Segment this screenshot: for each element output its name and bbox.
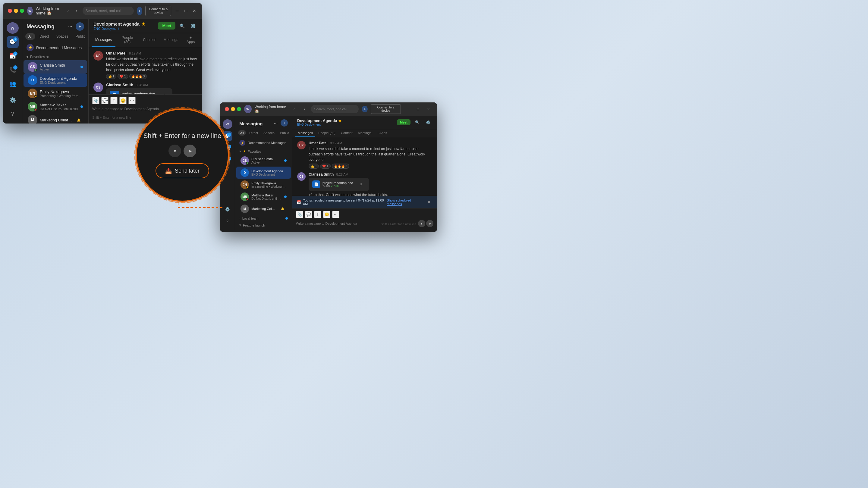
filter-btn-2[interactable]: ⋯	[272, 119, 280, 128]
tab-spaces-2[interactable]: Spaces	[261, 130, 277, 135]
mute-marketing-1[interactable]: 🔔	[74, 116, 83, 124]
file-attachment-1[interactable]: 📄 project-roadmap.doc 24 KB ✓ Safe ⬇	[106, 88, 173, 94]
chat-tab-content-1[interactable]: Content	[139, 33, 159, 47]
contact-clarissa-1[interactable]: CS Clarissa Smith Active	[24, 60, 87, 73]
connect-btn-2[interactable]: Connect to a device	[371, 104, 401, 114]
restore-win-1[interactable]: □	[183, 7, 189, 15]
minimize-win-2[interactable]: ─	[404, 105, 411, 113]
recommended-row-2[interactable]: ⚡ Recommended Messages	[235, 138, 292, 148]
close-button-1[interactable]	[8, 9, 12, 13]
emoji-btn-1[interactable]: 😊	[119, 97, 127, 104]
notif-close-btn[interactable]: ✕	[425, 198, 433, 206]
chat-options-btn-1[interactable]: ⚙️	[189, 22, 197, 30]
reaction-1[interactable]: 👍 1	[106, 74, 116, 79]
sidebar-messaging-1[interactable]: 💬 3	[7, 36, 19, 47]
contact-umar-2[interactable]: UP Umar Patel Presenting • At the office…	[236, 228, 291, 230]
attach-btn-2[interactable]: 📎	[296, 211, 303, 218]
restore-win-2[interactable]: □	[414, 105, 422, 113]
gif-btn-1[interactable]: 💬	[101, 97, 108, 104]
more-btn-2[interactable]: ⋯	[332, 211, 339, 218]
local-team-header-2[interactable]: › Local team	[235, 215, 292, 221]
search-chat-btn-2[interactable]: 🔍	[413, 118, 421, 127]
chat-tab-messages-2[interactable]: Messages	[296, 129, 315, 137]
more-btn-1[interactable]: ⋯	[128, 97, 135, 104]
reaction-5[interactable]: ❤️ 1	[320, 164, 330, 169]
search-input-2[interactable]	[311, 105, 359, 113]
nav-forward-2[interactable]: ›	[301, 105, 308, 113]
sidebar-settings-2[interactable]: ⚙️	[223, 204, 232, 214]
sidebar-calendar-1[interactable]: 📅 1	[7, 50, 19, 62]
nav-back-2[interactable]: ‹	[290, 105, 298, 113]
add-btn-1[interactable]: +	[137, 7, 143, 15]
attach-btn-1[interactable]: 📎	[92, 97, 99, 104]
download-btn-1[interactable]: ⬇	[160, 91, 169, 94]
tab-direct-1[interactable]: Direct	[36, 33, 52, 40]
sidebar-avatar-2[interactable]: W	[223, 119, 232, 129]
download-btn-2[interactable]: ⬇	[357, 180, 365, 189]
chat-tab-meetings-1[interactable]: Meetings	[160, 33, 182, 47]
close-button-2[interactable]	[225, 107, 229, 111]
feature-launch-header-2[interactable]: ▾ Feature launch	[235, 221, 292, 228]
chat-tab-people-1[interactable]: People (30)	[116, 33, 139, 47]
file-attachment-2[interactable]: 📄 project-roadmap.doc 24 KB ✓ Safe ⬇	[309, 178, 369, 191]
meet-button-2[interactable]: Meet	[397, 119, 410, 125]
connect-btn-1[interactable]: Connect to a device	[145, 6, 171, 16]
favorites-header-2[interactable]: ▾ ★ Favorites	[235, 148, 292, 155]
contact-matthew-1[interactable]: MB Matthew Baker Do Not Disturb until 16…	[24, 100, 87, 113]
contact-emily-2[interactable]: EN Emily Nakagawa In a meeting • Working…	[236, 178, 291, 191]
zoom-dropdown-btn[interactable]: ▾	[168, 144, 181, 157]
emoji-btn-2[interactable]: 😊	[323, 211, 330, 218]
meet-button-1[interactable]: Meet	[158, 22, 176, 30]
chat-tab-apps-1[interactable]: + Apps	[182, 33, 199, 47]
format-btn-2[interactable]: T	[314, 211, 321, 218]
tab-spaces-1[interactable]: Spaces	[53, 33, 71, 40]
chat-input-field-2[interactable]	[296, 222, 378, 225]
close-win-2[interactable]: ✕	[425, 105, 432, 113]
sidebar-settings-1[interactable]: ⚙️	[7, 94, 19, 106]
contact-emily-1[interactable]: EN Emily Nakagawa Presenting • Working f…	[24, 87, 87, 100]
show-scheduled-link[interactable]: Show scheduled messages	[387, 198, 425, 206]
recommended-row-1[interactable]: ⚡ Recommended Messages	[22, 42, 88, 53]
contact-marketing-2[interactable]: M Marketing Collateral 🔔	[236, 203, 291, 215]
sidebar-help-2[interactable]: ?	[223, 216, 232, 226]
tab-public-1[interactable]: Public	[73, 33, 89, 40]
reaction-2[interactable]: ❤️ 1	[118, 74, 128, 79]
tab-all-2[interactable]: All	[238, 130, 246, 135]
compose-btn-2[interactable]: +	[281, 119, 288, 127]
close-win-1[interactable]: ✕	[191, 7, 197, 15]
sidebar-teams-1[interactable]: 👥	[7, 78, 19, 90]
filter-btn-1[interactable]: ⋯	[66, 22, 74, 31]
minimize-button-1[interactable]	[14, 9, 18, 13]
format-btn-1[interactable]: T	[110, 97, 118, 104]
contact-matthew-2[interactable]: MB Matthew Baker Do Not Disturb until 16…	[236, 191, 291, 203]
maximize-button-2[interactable]	[237, 107, 241, 111]
gif-btn-2[interactable]: 💬	[305, 211, 312, 218]
contact-devagenda-1[interactable]: D Development Agenda ENG Deployment	[24, 73, 87, 87]
reaction-3[interactable]: 🔥🔥🔥 3	[129, 74, 147, 79]
chat-tab-messages-1[interactable]: Messages	[92, 33, 116, 47]
nav-forward-1[interactable]: ›	[74, 7, 80, 15]
send-later-button[interactable]: 📤 Send later	[156, 163, 209, 178]
favorites-header-1[interactable]: ▾ Favorites ★	[22, 53, 88, 60]
compose-btn-1[interactable]: +	[76, 22, 84, 31]
minimize-button-2[interactable]	[231, 107, 235, 111]
add-btn-2[interactable]: +	[362, 106, 367, 112]
tab-public-2[interactable]: Public	[278, 130, 291, 135]
send-dropdown-btn-2[interactable]: ▾	[418, 220, 425, 227]
chat-tab-people-2[interactable]: People (30)	[316, 129, 338, 137]
minimize-win-1[interactable]: ─	[174, 7, 180, 15]
chat-tab-content-2[interactable]: Content	[338, 129, 355, 137]
search-chat-btn-1[interactable]: 🔍	[178, 22, 186, 30]
mute-marketing-2[interactable]: 🔔	[278, 204, 287, 213]
reaction-4[interactable]: 👍 1	[309, 164, 319, 169]
tab-direct-2[interactable]: Direct	[247, 130, 260, 135]
chat-tab-apps-2[interactable]: + Apps	[374, 129, 390, 137]
search-input-1[interactable]	[83, 7, 134, 15]
contact-clarissa-2[interactable]: CS Clarissa Smith Active	[236, 155, 291, 167]
sidebar-help-1[interactable]: ?	[7, 108, 19, 120]
contact-marketing-1[interactable]: M Marketing Collateral 🔔	[24, 113, 87, 124]
tab-all-1[interactable]: All	[25, 33, 35, 40]
sidebar-calls-1[interactable]: 📞 1	[7, 64, 19, 76]
contact-devagenda-2[interactable]: D Development Agenda ENG Deployment	[236, 167, 291, 178]
chat-options-btn-2[interactable]: ⚙️	[424, 118, 432, 127]
